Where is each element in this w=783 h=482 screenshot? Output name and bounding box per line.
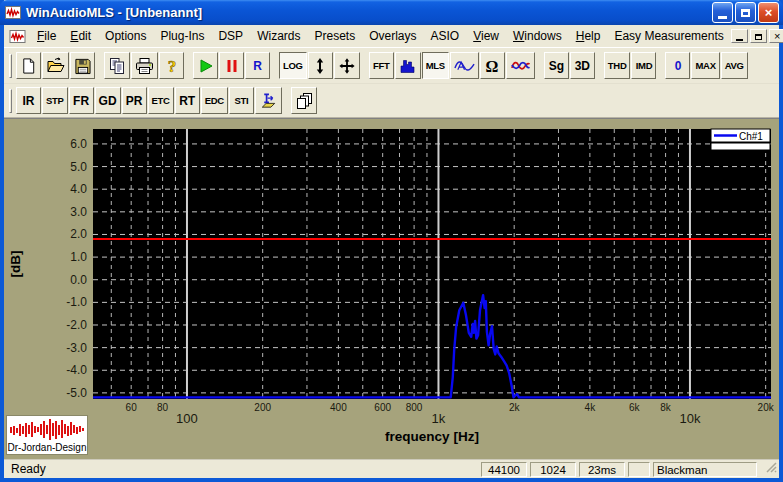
fft-button[interactable]: FFT <box>369 52 394 79</box>
minimize-icon <box>718 16 727 19</box>
thd-button[interactable]: THD <box>604 52 631 79</box>
wow-flutter-button[interactable] <box>506 52 535 79</box>
mdi-restore-button[interactable] <box>750 29 767 43</box>
x-tick-label-20k: 20k <box>758 402 775 413</box>
legend-label: Ch#1 <box>739 131 763 142</box>
help-icon: ? <box>165 57 179 75</box>
scope-button[interactable] <box>450 52 479 79</box>
omega-icon: Ω <box>484 57 500 75</box>
log-scale-button[interactable]: LOG <box>279 52 307 79</box>
svg-text:?: ? <box>167 57 176 75</box>
imd-button[interactable]: IMD <box>631 52 656 79</box>
x-tick-label-800: 800 <box>406 402 423 413</box>
logo-text: Dr-Jordan-Design <box>8 443 87 453</box>
toolbar-drag-handle[interactable] <box>9 54 12 78</box>
save-button[interactable] <box>70 52 95 79</box>
copy-icon <box>108 57 126 75</box>
menu-bar: FileEditOptionsPlug-InsDSPWizardsPresets… <box>4 25 779 48</box>
toolbar-main: ?RLOGFFTMLSΩSg3DTHDIMD0MAXAVG <box>4 48 779 84</box>
mdi-window-controls: × <box>731 29 783 43</box>
menu-easy-measurements[interactable]: Easy Measurements <box>607 27 730 45</box>
group-delay-button[interactable]: GD <box>95 87 121 114</box>
menu-asio[interactable]: ASIO <box>424 27 467 45</box>
zero-button[interactable]: 0 <box>665 52 690 79</box>
x-tick-label-8k: 8k <box>660 402 672 413</box>
open-folder-icon <box>46 57 65 75</box>
mdi-close-icon: × <box>774 31 780 42</box>
svg-text:Ω: Ω <box>486 57 499 74</box>
toolbar-measurement: IRSTPFRGDPRETCRTEDCSTI <box>4 84 779 118</box>
pause-button[interactable] <box>219 52 244 79</box>
step-response-button[interactable]: STP <box>42 87 68 114</box>
pan-button[interactable] <box>334 52 360 79</box>
y-tick-label--3.0: -3.0 <box>66 341 87 355</box>
legend-box-empty <box>711 143 770 150</box>
reverberation-time-button[interactable]: RT <box>175 87 200 114</box>
play-button[interactable] <box>193 52 218 79</box>
y-tick-label-6.0: 6.0 <box>70 137 87 151</box>
x-tick-label-80: 80 <box>157 402 169 413</box>
plot-area[interactable] <box>93 129 771 399</box>
x-major-tick-label-10k: 10k <box>679 411 700 426</box>
copy-button[interactable] <box>104 52 130 79</box>
menu-plug-ins[interactable]: Plug-Ins <box>153 27 211 45</box>
menu-wizards[interactable]: Wizards <box>250 27 307 45</box>
x-major-tick-label-100: 100 <box>176 411 198 426</box>
menu-view[interactable]: View <box>466 27 506 45</box>
fft-size-panel: 1024 <box>530 462 576 477</box>
energy-decay-curve-button[interactable]: EDC <box>201 87 228 114</box>
move-arrows-icon <box>338 57 356 75</box>
menu-edit[interactable]: Edit <box>63 27 98 45</box>
mdi-close-button[interactable]: × <box>769 29 783 43</box>
window-content: FileEditOptionsPlug-InsDSPWizardsPresets… <box>4 25 779 478</box>
menu-file[interactable]: File <box>30 27 63 45</box>
menu-presets[interactable]: Presets <box>307 27 362 45</box>
maximize-button[interactable] <box>735 2 756 23</box>
window-function-panel: Blackman <box>653 462 757 477</box>
sti-button[interactable]: STI <box>229 87 254 114</box>
menu-dsp[interactable]: DSP <box>211 27 250 45</box>
maximize-icon <box>741 9 750 17</box>
play-icon <box>198 58 214 74</box>
3d-view-button[interactable]: 3D <box>570 52 595 79</box>
y-tick-label--2.0: -2.0 <box>66 318 87 332</box>
menu-windows[interactable]: Windows <box>506 27 569 45</box>
energy-time-curve-button[interactable]: ETC <box>148 87 174 114</box>
impedance-button[interactable]: Ω <box>480 52 505 79</box>
export-icon <box>259 92 278 110</box>
impulse-response-button[interactable]: IR <box>16 87 41 114</box>
mls-button[interactable]: MLS <box>422 52 449 79</box>
cascade-windows-button[interactable] <box>291 87 317 114</box>
menu-overlays[interactable]: Overlays <box>362 27 423 45</box>
frequency-response-button[interactable]: FR <box>69 87 94 114</box>
vertical-zoom-button[interactable] <box>308 52 333 79</box>
y-tick-label--4.0: -4.0 <box>66 363 87 377</box>
y-tick-label--5.0: -5.0 <box>66 386 87 400</box>
minimize-button[interactable] <box>712 2 733 23</box>
open-file-button[interactable] <box>42 52 69 79</box>
signal-generator-button[interactable]: Sg <box>544 52 569 79</box>
avg-button[interactable]: AVG <box>721 52 748 79</box>
menu-options[interactable]: Options <box>98 27 153 45</box>
resize-grip[interactable] <box>765 461 778 477</box>
sample-rate-panel: 44100 <box>481 462 527 477</box>
record-button[interactable]: R <box>245 52 270 79</box>
status-bar: Ready 44100102423msBlackman <box>4 459 779 478</box>
phase-response-button[interactable]: PR <box>122 87 147 114</box>
max-button[interactable]: MAX <box>691 52 719 79</box>
help-button[interactable]: ? <box>159 52 184 79</box>
dual-wave-icon <box>510 58 531 73</box>
mdi-minimize-button[interactable] <box>731 29 748 43</box>
x-tick-label-2k: 2k <box>509 402 521 413</box>
new-file-button[interactable] <box>16 52 41 79</box>
x-tick-label-60: 60 <box>126 402 138 413</box>
export-report-button[interactable] <box>255 87 282 114</box>
title-bar[interactable]: WinAudioMLS - [Unbenannt] × <box>0 0 783 25</box>
mdi-document-icon[interactable] <box>9 29 26 44</box>
close-button[interactable]: × <box>758 2 779 23</box>
spectrum-button[interactable] <box>395 52 421 79</box>
menu-help[interactable]: Help <box>569 27 608 45</box>
print-button[interactable] <box>131 52 158 79</box>
toolbar-drag-handle[interactable] <box>9 89 12 113</box>
frequency-response-chart[interactable]: 6.05.04.03.02.01.00.0-1.0-2.0-3.0-4.0-5.… <box>4 119 779 460</box>
